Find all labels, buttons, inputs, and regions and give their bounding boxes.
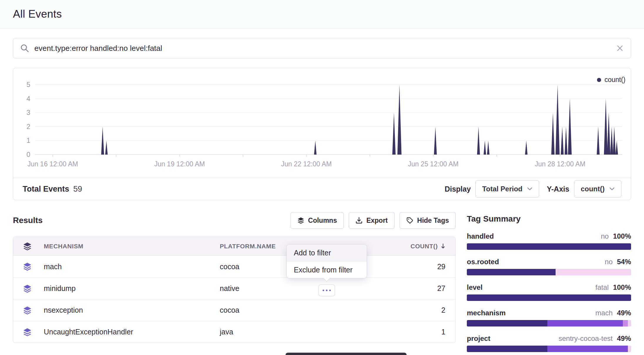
hide-tags-button[interactable]: Hide Tags: [400, 212, 456, 229]
chevron-down-icon: [527, 187, 532, 191]
svg-text:4: 4: [26, 95, 30, 103]
results-section: Results ColumnsExportHide Tags MECHANISM…: [13, 212, 456, 343]
svg-text:3: 3: [26, 109, 30, 116]
tag-bar[interactable]: [467, 294, 631, 301]
app-root: All Events event.type:error handled:no l…: [0, 0, 644, 355]
search-icon: [20, 44, 29, 53]
button-label: Hide Tags: [417, 217, 449, 225]
tag-head: os.rootedno 54%: [467, 257, 631, 266]
legend-dot: [597, 78, 601, 82]
cell-mechanism[interactable]: mach: [41, 262, 217, 271]
tag-bar-segment[interactable]: [467, 269, 556, 275]
table-row[interactable]: UncaughtExceptionHandlerjava1: [13, 321, 455, 343]
close-icon[interactable]: [616, 44, 624, 52]
tag-name: level: [467, 283, 482, 292]
tag-head: projectsentry-cocoa-test 49%: [467, 334, 631, 343]
tag-bar-segment[interactable]: [467, 346, 547, 352]
cell-platform-name[interactable]: cocoa: [217, 306, 385, 314]
tag-bar-segment[interactable]: [628, 346, 631, 352]
tag-bar[interactable]: [467, 346, 631, 352]
tag-bar-segment[interactable]: [547, 320, 623, 326]
cutoff-dark-element: [286, 353, 407, 355]
svg-text:Jun 19 12:00 AM: Jun 19 12:00 AM: [154, 160, 205, 168]
tag-name: mechanism: [467, 309, 506, 317]
tag-top-value: fatal 100%: [596, 283, 631, 292]
total-events-label: Total Events: [23, 185, 69, 194]
table-header-row: MECHANISM PLATFORM.NAME COUNT(): [13, 237, 455, 256]
search-input[interactable]: event.type:error handled:no level:fatal: [13, 38, 631, 58]
search-row: event.type:error handled:no level:fatal: [0, 29, 644, 58]
legend-label: count(): [604, 76, 625, 84]
tag-bar-segment[interactable]: [623, 320, 628, 326]
tag-top-value: sentry-cocoa-test 49%: [559, 334, 631, 343]
tag-bar[interactable]: [467, 320, 631, 326]
layers-icon: [13, 306, 41, 315]
button-label: Export: [366, 217, 388, 225]
tag-name: project: [467, 334, 490, 343]
page-title: All Events: [13, 8, 62, 20]
svg-text:5: 5: [26, 81, 30, 88]
events-chart[interactable]: 012345Jun 16 12:00 AMJun 19 12:00 AMJun …: [13, 68, 631, 178]
tag-item-project: projectsentry-cocoa-test 49%: [467, 334, 631, 352]
export-button[interactable]: Export: [349, 212, 395, 229]
tag-item-mechanism: mechanismmach 49%: [467, 309, 631, 326]
results-header: Results ColumnsExportHide Tags: [13, 212, 456, 229]
tag-bar-segment[interactable]: [467, 243, 631, 250]
tag-bar[interactable]: [467, 269, 631, 275]
tag-top-value: no 54%: [605, 257, 631, 266]
ellipsis-icon: [322, 289, 331, 292]
column-header-count[interactable]: COUNT(): [385, 243, 455, 250]
svg-text:Jun 25 12:00 AM: Jun 25 12:00 AM: [408, 160, 459, 168]
tag-head: mechanismmach 49%: [467, 309, 631, 317]
tag-name: handled: [467, 232, 494, 241]
tag-head: handledno 100%: [467, 232, 631, 241]
svg-text:Jun 16 12:00 AM: Jun 16 12:00 AM: [27, 160, 78, 168]
cell-mechanism[interactable]: nsexception: [41, 306, 217, 314]
cell-mechanism[interactable]: minidump: [41, 284, 217, 293]
tag-bar-segment[interactable]: [628, 320, 631, 326]
table-row[interactable]: minidumpnative27: [13, 277, 455, 299]
results-table: MECHANISM PLATFORM.NAME COUNT() machcoco…: [13, 237, 456, 343]
tag-bar-segment[interactable]: [556, 269, 631, 275]
yaxis-dropdown-value: count(): [581, 185, 605, 193]
tag-top-value: no 100%: [601, 232, 631, 241]
tag-list: handledno 100%os.rootedno 54%levelfatal …: [467, 232, 631, 352]
page-header: All Events: [0, 0, 644, 29]
tag-item-os-rooted: os.rootedno 54%: [467, 257, 631, 275]
tag-summary-heading: Tag Summary: [467, 214, 631, 224]
tag-bar-segment[interactable]: [467, 320, 547, 326]
chart-footer: Total Events 59 Display Total Period Y-A…: [13, 178, 631, 200]
stack-icon: [297, 217, 304, 224]
chart-canvas: 012345Jun 16 12:00 AMJun 19 12:00 AMJun …: [13, 68, 631, 178]
total-events-value: 59: [73, 185, 82, 194]
tag-bar[interactable]: [467, 243, 631, 250]
chart-legend: count(): [597, 76, 625, 84]
layers-icon: [13, 262, 41, 271]
cell-platform-name[interactable]: native: [217, 284, 385, 293]
svg-text:Jun 28 12:00 AM: Jun 28 12:00 AM: [535, 160, 586, 168]
cell-count: 1: [385, 328, 455, 336]
column-header-mechanism[interactable]: MECHANISM: [41, 243, 217, 250]
context-menu: Add to filterExclude from filter: [286, 244, 367, 278]
table-row[interactable]: machcocoa29: [13, 256, 455, 277]
svg-text:0: 0: [26, 151, 30, 158]
display-dropdown-value: Total Period: [482, 185, 522, 193]
layers-icon: [13, 284, 41, 293]
table-row[interactable]: nsexceptioncocoa2: [13, 299, 455, 321]
tag-bar-segment[interactable]: [547, 346, 628, 352]
menu-item-add-to-filter[interactable]: Add to filter: [287, 245, 367, 261]
context-menu-items: Add to filterExclude from filter: [287, 245, 367, 278]
row-actions-button[interactable]: [318, 284, 335, 296]
yaxis-dropdown[interactable]: count(): [574, 180, 621, 197]
cell-platform-name[interactable]: java: [217, 328, 385, 336]
columns-button[interactable]: Columns: [291, 212, 344, 229]
cell-mechanism[interactable]: UncaughtExceptionHandler: [41, 328, 217, 336]
tag-bar-segment[interactable]: [467, 294, 631, 301]
display-dropdown[interactable]: Total Period: [475, 180, 539, 197]
tag-head: levelfatal 100%: [467, 283, 631, 292]
svg-text:2: 2: [26, 123, 30, 130]
yaxis-label: Y-Axis: [547, 185, 569, 193]
results-heading: Results: [13, 216, 43, 225]
main-content: Results ColumnsExportHide Tags MECHANISM…: [0, 212, 644, 355]
tag-top-value: mach 49%: [596, 309, 631, 317]
